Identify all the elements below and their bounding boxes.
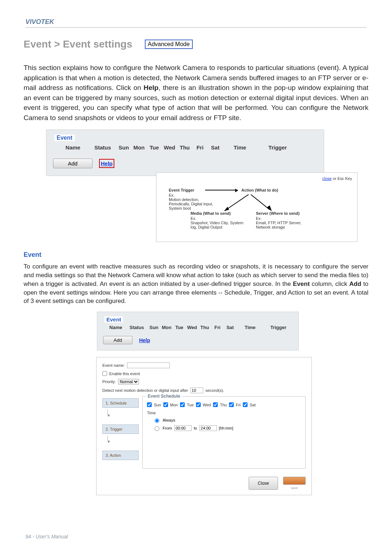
event-schedule-title: Event Schedule (146, 394, 181, 399)
day-tue-checkbox[interactable] (180, 402, 185, 407)
event-panel-sm-title: Event (105, 316, 123, 323)
action-title: Action (What to do) (241, 188, 278, 192)
priority-select[interactable]: Normal (118, 379, 139, 385)
step-action-box[interactable]: 3. Action (102, 451, 139, 460)
step-schedule-box[interactable]: 1. Schedule (102, 398, 139, 408)
step-trigger-box[interactable]: 2. Trigger (102, 424, 139, 434)
day-sat-checkbox[interactable] (243, 402, 248, 407)
save-caption: save (283, 486, 306, 490)
step-arrow-down-icon: │▼ (107, 410, 139, 417)
detect-seconds-input[interactable] (190, 387, 203, 393)
event-subheading: Event (24, 251, 368, 259)
from-time-input[interactable] (174, 425, 192, 431)
media-title: Media (What to send) (191, 211, 245, 216)
step-arrow-down-icon: │▼ (107, 436, 139, 443)
help-word: Help (143, 84, 158, 91)
detect-label-a: Detect next motion detection or digital … (102, 388, 188, 393)
add-button[interactable]: Add (53, 159, 93, 168)
to-time-input[interactable] (199, 425, 217, 431)
time-label: Time (147, 411, 301, 415)
section-title: Event > Event settings (24, 38, 132, 50)
enable-event-checkbox[interactable] (102, 371, 107, 376)
mode-badge: Advanced Mode (145, 40, 193, 49)
to-label: to (194, 426, 197, 430)
event-settings-window: Event name: Enable this event Priority: … (96, 357, 312, 495)
event-table-header: Name Status Sun Mon Tue Wed Thu Fri Sat … (53, 144, 317, 151)
priority-label: Priority: (102, 379, 116, 384)
close-button[interactable]: Close (249, 477, 278, 490)
day-fri-checkbox[interactable] (229, 402, 234, 407)
event-panel-small: Event Name Status Sun Mon Tue Wed Thu Fr… (97, 312, 299, 350)
intro-paragraph: This section explains how to configure t… (24, 63, 368, 123)
help-popup: close or Esc Key Event Trigger Ex. Motio… (156, 172, 358, 242)
add-button-sm[interactable]: Add (103, 336, 132, 344)
save-button[interactable] (283, 477, 306, 485)
event-panel-title: Event (54, 135, 75, 141)
from-label: From (163, 426, 172, 430)
day-wed-checkbox[interactable] (196, 402, 201, 407)
from-radio[interactable] (155, 426, 159, 431)
close-link[interactable]: close (322, 176, 332, 181)
header-divider (25, 27, 367, 28)
always-radio[interactable] (155, 418, 159, 423)
help-link-sm[interactable]: Help (139, 337, 150, 343)
day-thu-checkbox[interactable] (213, 402, 218, 407)
event-body-paragraph: To configure an event with reactive meas… (24, 262, 368, 305)
detect-label-b: second(s). (205, 388, 224, 393)
hhmm-hint: [hh:mm] (219, 426, 233, 430)
event-name-input[interactable] (127, 362, 170, 368)
event-table-header-sm: Name Status Sun Mon Tue Wed Thu Fri Sat … (103, 325, 293, 330)
always-label: Always (163, 418, 175, 422)
day-mon-checkbox[interactable] (163, 402, 168, 407)
footer-page-number: 94 - User's Manual (25, 534, 68, 539)
event-name-label: Event name: (102, 363, 125, 368)
svg-marker-1 (224, 207, 229, 211)
diagonal-arrows-icon (224, 194, 275, 213)
day-sun-checkbox[interactable] (147, 402, 152, 407)
help-link[interactable]: Help (99, 159, 115, 168)
event-schedule-box: Event Schedule Sun Mon Tue Wed Thu Fri S… (142, 396, 306, 469)
event-panel: Event Name Status Sun Mon Tue Wed Thu Fr… (46, 130, 324, 176)
esc-hint: or Esc Key (332, 176, 352, 181)
svg-line-0 (226, 194, 249, 210)
brand: VIVOTEK (25, 18, 367, 26)
enable-event-label: Enable this event (109, 372, 140, 376)
svg-line-2 (251, 194, 270, 210)
arrow-icon (205, 190, 238, 190)
server-title: Server (Where to send) (256, 211, 310, 216)
